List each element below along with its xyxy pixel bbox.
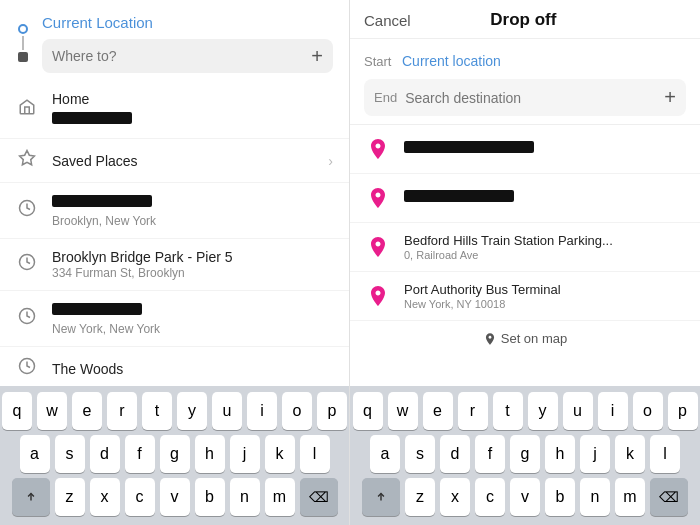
pin-icon-2 [364,184,392,212]
result-item-3[interactable]: Bedford Hills Train Station Parking... 0… [350,223,700,272]
key-q-left[interactable]: q [2,392,32,430]
clock-icon-1 [16,199,38,222]
key-x-left[interactable]: x [90,478,120,516]
list-item-history-1[interactable]: Brooklyn, New York [0,183,349,239]
result-2-content [404,190,686,206]
key-i-left[interactable]: i [247,392,277,430]
cancel-button[interactable]: Cancel [364,12,411,29]
list-item-history-2[interactable]: Brooklyn Bridge Park - Pier 5 334 Furman… [0,239,349,291]
key-b-right[interactable]: b [545,478,575,516]
key-b-left[interactable]: b [195,478,225,516]
key-o-right[interactable]: o [633,392,663,430]
key-z-right[interactable]: z [405,478,435,516]
end-input-row[interactable]: End + [364,79,686,116]
result-4-title: Port Authority Bus Terminal [404,282,686,297]
key-v-right[interactable]: v [510,478,540,516]
add-destination-button[interactable]: + [311,46,323,66]
list-item-home[interactable]: Home [0,81,349,139]
key-l-right[interactable]: l [650,435,680,473]
key-m-right[interactable]: m [615,478,645,516]
key-d-right[interactable]: d [440,435,470,473]
key-t-left[interactable]: t [142,392,172,430]
key-y-left[interactable]: y [177,392,207,430]
add-end-button[interactable]: + [664,86,676,109]
home-icon [16,98,38,121]
pin-icon-4 [364,282,392,310]
key-s-left[interactable]: s [55,435,85,473]
key-k-left[interactable]: k [265,435,295,473]
history-4-content: The Woods [52,361,333,377]
key-g-right[interactable]: g [510,435,540,473]
where-to-input[interactable] [52,48,305,64]
backspace-key-left[interactable]: ⌫ [300,478,338,516]
left-header: Current Location + [0,0,349,81]
shift-key-left[interactable] [12,478,50,516]
result-item-4[interactable]: Port Authority Bus Terminal New York, NY… [350,272,700,321]
saved-places-content: Saved Places [52,153,314,169]
left-list: Home Saved Places › [0,81,349,386]
key-u-right[interactable]: u [563,392,593,430]
history-2-subtitle: 334 Furman St, Brooklyn [52,266,333,280]
list-item-history-3[interactable]: New York, New York [0,291,349,347]
key-r-left[interactable]: r [107,392,137,430]
right-panel: Cancel Drop off Start Current location E… [350,0,700,525]
key-i-right[interactable]: i [598,392,628,430]
key-q-right[interactable]: q [353,392,383,430]
key-y-right[interactable]: y [528,392,558,430]
key-f-left[interactable]: f [125,435,155,473]
key-z-left[interactable]: z [55,478,85,516]
result-1-title-redacted [404,141,534,153]
list-item-saved-places[interactable]: Saved Places › [0,139,349,183]
key-x-right[interactable]: x [440,478,470,516]
result-item-2[interactable] [350,174,700,223]
key-l-left[interactable]: l [300,435,330,473]
end-search-input[interactable] [405,90,658,106]
key-o-left[interactable]: o [282,392,312,430]
key-a-left[interactable]: a [20,435,50,473]
key-c-left[interactable]: c [125,478,155,516]
key-p-right[interactable]: p [668,392,698,430]
key-p-left[interactable]: p [317,392,347,430]
star-icon [16,149,38,172]
set-on-map[interactable]: Set on map [350,321,700,356]
route-line-segment [22,36,24,50]
key-a-right[interactable]: a [370,435,400,473]
key-e-left[interactable]: e [72,392,102,430]
key-w-left[interactable]: w [37,392,67,430]
key-m-left[interactable]: m [265,478,295,516]
backspace-key-right[interactable]: ⌫ [650,478,688,516]
key-h-right[interactable]: h [545,435,575,473]
key-t-right[interactable]: t [493,392,523,430]
clock-icon-2 [16,253,38,276]
key-s-right[interactable]: s [405,435,435,473]
list-item-history-4[interactable]: The Woods [0,347,349,386]
key-n-left[interactable]: n [230,478,260,516]
where-to-row[interactable]: + [42,39,333,73]
route-line [16,24,30,62]
key-e-right[interactable]: e [423,392,453,430]
start-value[interactable]: Current location [402,53,501,69]
result-item-1[interactable] [350,125,700,174]
key-w-right[interactable]: w [388,392,418,430]
key-k-right[interactable]: k [615,435,645,473]
key-j-right[interactable]: j [580,435,610,473]
keyboard-row-3-left: z x c v b n m ⌫ [2,478,347,516]
key-n-right[interactable]: n [580,478,610,516]
key-c-right[interactable]: c [475,478,505,516]
key-v-left[interactable]: v [160,478,190,516]
shift-key-right[interactable] [362,478,400,516]
history-3-title-redacted [52,303,142,315]
origin-dot [18,24,28,34]
key-h-left[interactable]: h [195,435,225,473]
key-u-left[interactable]: u [212,392,242,430]
key-r-right[interactable]: r [458,392,488,430]
key-f-right[interactable]: f [475,435,505,473]
key-j-left[interactable]: j [230,435,260,473]
map-pin-icon [483,332,497,346]
right-header: Cancel Drop off [350,0,700,39]
keyboard-row-3-right: z x c v b n m ⌫ [352,478,698,516]
home-address-redacted [52,112,132,124]
key-g-left[interactable]: g [160,435,190,473]
right-inputs: Start Current location End + [350,39,700,125]
key-d-left[interactable]: d [90,435,120,473]
